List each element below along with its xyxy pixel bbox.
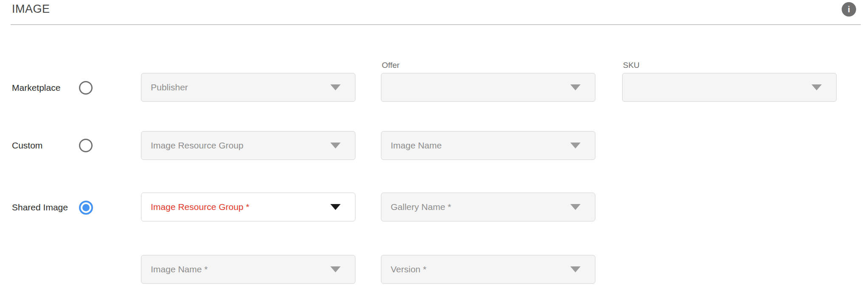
custom-image-resource-group-dropdown[interactable]: Image Resource Group [141,131,355,160]
offer-dropdown[interactable] [381,73,595,102]
chevron-down-icon [570,266,581,272]
chevron-down-icon [330,266,341,272]
shared-image-name-dropdown[interactable]: Image Name * [141,255,355,284]
chevron-down-icon [330,143,341,148]
radio-marketplace[interactable] [79,81,93,95]
field-label-sku: SKU [623,61,640,70]
dropdown-placeholder: Image Resource Group * [151,202,249,212]
publisher-dropdown[interactable]: Publisher [141,73,355,102]
dropdown-placeholder: Image Name [391,140,442,151]
section-title: IMAGE [12,3,50,16]
chevron-down-icon [570,84,581,90]
chevron-down-icon [330,204,341,210]
dropdown-placeholder: Image Resource Group [151,140,243,151]
chevron-down-icon [570,143,581,148]
dropdown-placeholder: Publisher [151,82,188,92]
dropdown-placeholder: Image Name * [151,264,208,274]
info-glyph: i [848,5,850,14]
option-label-marketplace: Marketplace [12,82,60,93]
gallery-name-dropdown[interactable]: Gallery Name * [381,193,595,221]
header-divider [11,24,861,25]
image-form-section: IMAGE i Offer SKU Marketplace Custom Sha… [0,0,868,291]
chevron-down-icon [570,204,581,210]
option-label-custom: Custom [12,140,42,151]
custom-image-name-dropdown[interactable]: Image Name [381,131,595,160]
option-label-shared-image: Shared Image [12,202,68,213]
radio-custom[interactable] [79,139,93,152]
chevron-down-icon [812,84,822,90]
version-dropdown[interactable]: Version * [381,255,595,284]
field-label-offer: Offer [382,61,400,70]
dropdown-placeholder: Gallery Name * [391,202,451,212]
info-icon[interactable]: i [842,2,856,17]
chevron-down-icon [330,84,341,90]
dropdown-placeholder: Version * [391,264,426,274]
sku-dropdown[interactable] [622,73,837,102]
shared-image-resource-group-dropdown[interactable]: Image Resource Group * [141,193,355,221]
radio-shared-image[interactable] [79,201,93,215]
